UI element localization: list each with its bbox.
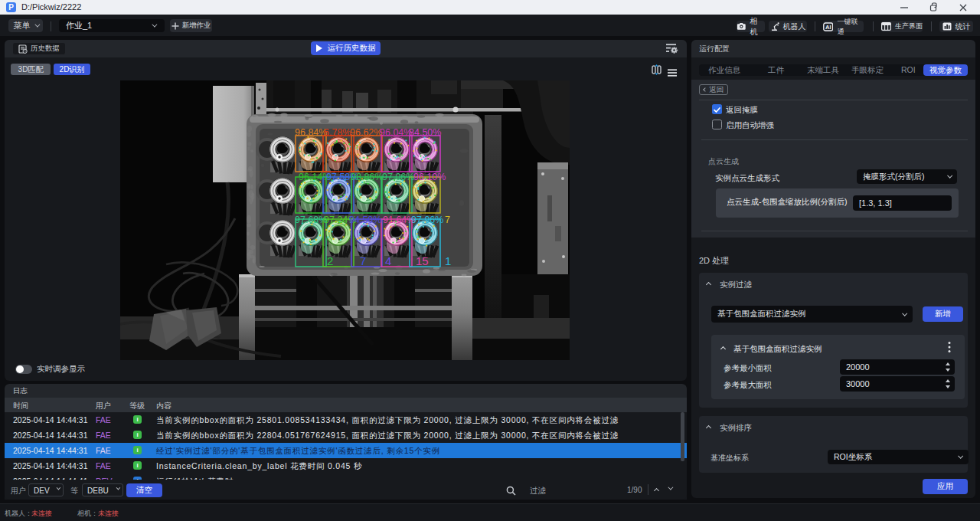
svg-text:AI: AI [825,23,831,30]
svg-text:1: 1 [445,254,451,267]
svg-text:97.06%: 97.06% [382,172,414,182]
svg-text:4: 4 [385,254,391,267]
svg-text:97.96%: 97.96% [411,215,443,225]
svg-text:94.50%: 94.50% [349,215,381,225]
svg-text:84.50%: 84.50% [409,127,441,138]
svg-text:96.84%: 96.84% [295,127,327,138]
svg-text:97.68%: 97.68% [295,215,327,225]
svg-text:7: 7 [445,215,450,225]
svg-text:96.62%: 96.62% [350,127,382,138]
svg-text:7: 7 [360,254,366,267]
svg-text:96.04%: 96.04% [380,127,412,138]
svg-text:98.86%: 98.86% [351,172,383,182]
svg-text:96.10%: 96.10% [413,172,446,182]
svg-text:15: 15 [416,254,429,267]
svg-text:2: 2 [327,254,333,267]
svg-text:6.78%: 6.78% [324,127,351,138]
